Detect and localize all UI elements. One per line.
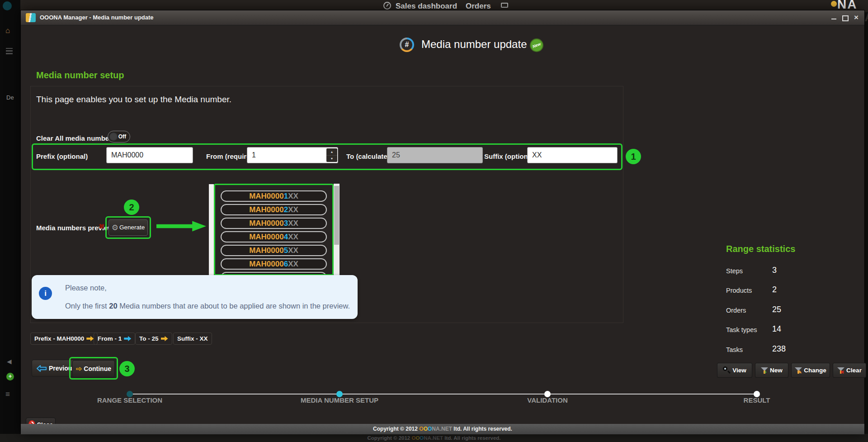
- note-line2-post: Media numbers that are about to be appli…: [118, 302, 350, 310]
- breadcrumb-label: Prefix - MAH0000: [34, 335, 84, 342]
- suffix-input[interactable]: [527, 147, 618, 163]
- to-input: [387, 147, 483, 163]
- clear-button[interactable]: ✖ Clear: [833, 363, 866, 378]
- view-button[interactable]: View: [717, 363, 752, 378]
- stat-label-orders: Orders: [726, 307, 746, 314]
- new-badge-label: New: [531, 41, 542, 49]
- stat-label-task-types: Task types: [726, 326, 757, 333]
- list-item[interactable]: MAH00004XX: [221, 231, 327, 242]
- step-label-result: RESULT: [744, 396, 770, 404]
- pill-prefix: MAH0000: [249, 260, 284, 268]
- view-label: View: [732, 367, 746, 374]
- intro-text: This page enables you to set up the Medi…: [36, 95, 231, 105]
- arrow-right-icon: [124, 336, 131, 342]
- avatar-icon[interactable]: [3, 1, 12, 10]
- required-x-icon: ✖: [99, 222, 104, 231]
- list-item[interactable]: MAH00005XX: [221, 245, 327, 256]
- background-sidebar: ⌂ De ◄ + ≡: [0, 0, 20, 442]
- breadcrumb-label: To - 25: [139, 335, 159, 342]
- clear-all-toggle[interactable]: Off: [108, 131, 130, 143]
- toggle-state: Off: [118, 133, 126, 140]
- bg-copyright-post: ltd. All rights reserved.: [443, 435, 500, 441]
- new-badge-icon: New: [531, 39, 542, 51]
- home-icon[interactable]: ⌂: [5, 26, 10, 35]
- title-bar[interactable]: OOONA Manager - Media number update ×: [21, 10, 864, 25]
- arrow-right-icon: [161, 336, 168, 342]
- dialog-footer: Copyright © 2012 OOONA.NET ltd. All righ…: [21, 424, 864, 434]
- grid-icon[interactable]: [6, 48, 13, 54]
- pill-digit: 1: [284, 192, 288, 200]
- hash-number-icon: #: [400, 38, 414, 52]
- pill-prefix: MAH0000: [249, 233, 284, 241]
- minimize-icon[interactable]: [830, 14, 838, 22]
- change-label: Change: [804, 367, 826, 374]
- window-title: OOONA Manager - Media number update: [40, 14, 154, 21]
- stat-label-steps: Steps: [726, 267, 743, 275]
- stepper-up-icon[interactable]: ▲: [326, 148, 337, 155]
- brand-o2: O: [424, 426, 428, 432]
- gear-icon: ⚙: [112, 223, 118, 232]
- menu-icon[interactable]: ≡: [5, 390, 10, 399]
- list-item[interactable]: MAH00001XX: [221, 190, 327, 202]
- collapse-arrow-icon[interactable]: ◄: [5, 357, 13, 366]
- stat-value-task-types: 14: [772, 324, 781, 334]
- pill-digit: 6: [284, 260, 288, 268]
- generate-label: Generate: [119, 224, 145, 231]
- maximize-icon[interactable]: [841, 14, 849, 22]
- annotation-3: 3: [119, 361, 135, 376]
- pill-suffix: XX: [288, 246, 298, 255]
- bg-nav-sales-dashboard[interactable]: Sales dashboard: [396, 2, 457, 11]
- progress-line: [130, 394, 757, 394]
- new-label: New: [770, 367, 783, 374]
- list-item[interactable]: MAH00003XX: [221, 218, 327, 229]
- bg-logo-fragment: [831, 1, 837, 7]
- breadcrumb-label: From - 1: [98, 335, 122, 342]
- stat-value-products: 2: [772, 285, 777, 295]
- copyright-post: ltd. All rights reserved.: [452, 426, 512, 432]
- pill-digit: 4: [284, 233, 288, 241]
- bg-nav-orders[interactable]: Orders: [466, 2, 491, 11]
- step-label-range-selection: RANGE SELECTION: [97, 396, 162, 404]
- pill-prefix: MAH0000: [249, 192, 284, 200]
- arrow-right-icon: [86, 336, 94, 342]
- generate-button[interactable]: ⚙Generate: [108, 219, 148, 236]
- new-button[interactable]: + New: [755, 363, 788, 378]
- continue-button[interactable]: Continue: [72, 360, 115, 377]
- brand-o3: O: [428, 426, 432, 432]
- note-line2-pre: Only the first: [65, 302, 109, 310]
- prefix-input[interactable]: [106, 147, 193, 163]
- annotation-1: 1: [626, 149, 641, 164]
- list-item[interactable]: MAH00006XX: [221, 258, 327, 270]
- arrow-right-icon: [76, 365, 82, 373]
- pill-suffix: XX: [288, 192, 298, 200]
- list-edge: [209, 184, 214, 276]
- page-title: Media number update: [421, 38, 527, 51]
- pill-suffix: XX: [288, 219, 298, 228]
- stat-label-products: Products: [726, 287, 752, 294]
- list-item[interactable]: MAH00002XX: [221, 204, 327, 215]
- breadcrumb-to: To - 25: [135, 333, 172, 345]
- info-icon: i: [39, 287, 52, 300]
- pill-suffix: XX: [288, 205, 298, 214]
- change-button[interactable]: ✎ Change: [791, 363, 830, 378]
- bg-brand-o3: O: [420, 435, 424, 441]
- add-icon[interactable]: +: [6, 373, 14, 380]
- pill-prefix: MAH0000: [249, 219, 284, 228]
- dialog-header: # Media number update New: [21, 37, 864, 56]
- list-scrollbar-thumb[interactable]: [334, 186, 339, 245]
- toggle-knob: [109, 132, 118, 141]
- annotation-2: 2: [124, 200, 139, 215]
- stepper-down-icon[interactable]: ▼: [326, 155, 337, 162]
- note-line2: Only the first 20 Media numbers that are…: [65, 302, 350, 310]
- generate-annotation-box: ⚙Generate: [105, 216, 151, 239]
- close-icon[interactable]: ×: [852, 14, 860, 22]
- hash-glyph: #: [401, 39, 412, 50]
- funnel-plus-icon: +: [761, 367, 768, 374]
- from-input[interactable]: [247, 147, 338, 163]
- note-line2-count: 20: [109, 302, 117, 310]
- media-number-update-dialog: OOONA Manager - Media number update × # …: [20, 10, 865, 434]
- magnifier-icon: [723, 366, 731, 374]
- clear-all-label: Clear All media numbers: [36, 134, 115, 142]
- list-scrollbar[interactable]: [334, 184, 340, 276]
- breadcrumb-from: From - 1: [94, 333, 135, 345]
